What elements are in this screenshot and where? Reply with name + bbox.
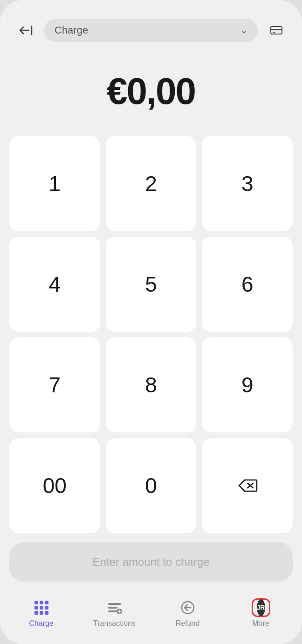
key-8[interactable]: 8: [106, 337, 197, 432]
svg-rect-16: [108, 603, 121, 605]
svg-rect-15: [45, 611, 48, 615]
grid-icon: [32, 598, 51, 617]
charge-button-area: Enter amount to charge: [0, 533, 302, 589]
bottom-nav: Charge Transactions: [0, 589, 302, 644]
key-1[interactable]: 1: [9, 136, 100, 231]
keypad-row-3: 7 8 9: [9, 337, 293, 432]
card-reader-button[interactable]: [265, 19, 288, 42]
charge-submit-button[interactable]: Enter amount to charge: [9, 542, 293, 582]
nav-item-more[interactable]: JR More: [224, 596, 297, 630]
svg-rect-10: [34, 606, 38, 610]
svg-rect-11: [40, 606, 43, 610]
key-00[interactable]: 00: [9, 438, 100, 533]
nav-more-label: More: [252, 619, 269, 628]
key-7[interactable]: 7: [9, 337, 100, 432]
avatar: JR: [257, 599, 265, 616]
key-backspace[interactable]: [202, 438, 293, 533]
key-5[interactable]: 5: [106, 237, 197, 332]
svg-rect-13: [34, 611, 38, 615]
header: Charge ⌄: [0, 0, 302, 51]
back-button[interactable]: [14, 19, 37, 42]
keypad-row-2: 4 5 6: [9, 237, 293, 332]
nav-item-refund[interactable]: Refund: [151, 596, 224, 630]
device-frame: Charge ⌄ €0,00 1 2 3 4 5 6 7 8: [0, 0, 302, 644]
refund-icon: [178, 598, 197, 617]
key-2[interactable]: 2: [106, 136, 197, 231]
keypad-row-1: 1 2 3: [9, 136, 293, 231]
nav-transactions-label: Transactions: [93, 619, 136, 628]
charge-dropdown[interactable]: Charge ⌄: [44, 19, 258, 42]
charge-dropdown-label: Charge: [55, 24, 88, 36]
keypad-row-4: 00 0: [9, 438, 293, 533]
nav-refund-label: Refund: [176, 619, 200, 628]
chevron-down-icon: ⌄: [240, 25, 247, 35]
transactions-icon: [105, 598, 124, 617]
svg-rect-7: [34, 601, 38, 604]
key-0[interactable]: 0: [106, 438, 197, 533]
nav-charge-label: Charge: [29, 619, 53, 628]
key-6[interactable]: 6: [202, 237, 293, 332]
svg-rect-3: [271, 29, 282, 30]
more-icon: JR: [252, 598, 270, 617]
amount-value: €0,00: [107, 70, 195, 113]
svg-rect-17: [108, 607, 117, 609]
svg-rect-9: [45, 601, 48, 604]
svg-rect-4: [273, 32, 275, 33]
keypad: 1 2 3 4 5 6 7 8 9 00 0: [0, 136, 302, 533]
key-3[interactable]: 3: [202, 136, 293, 231]
nav-item-transactions[interactable]: Transactions: [78, 596, 151, 630]
amount-display: €0,00: [0, 51, 302, 136]
svg-rect-8: [40, 601, 43, 604]
svg-rect-12: [45, 606, 48, 610]
mode-selector[interactable]: Charge ⌄: [44, 19, 258, 42]
key-4[interactable]: 4: [9, 237, 100, 332]
key-9[interactable]: 9: [202, 337, 293, 432]
nav-item-charge[interactable]: Charge: [5, 596, 78, 630]
svg-rect-14: [40, 611, 43, 615]
